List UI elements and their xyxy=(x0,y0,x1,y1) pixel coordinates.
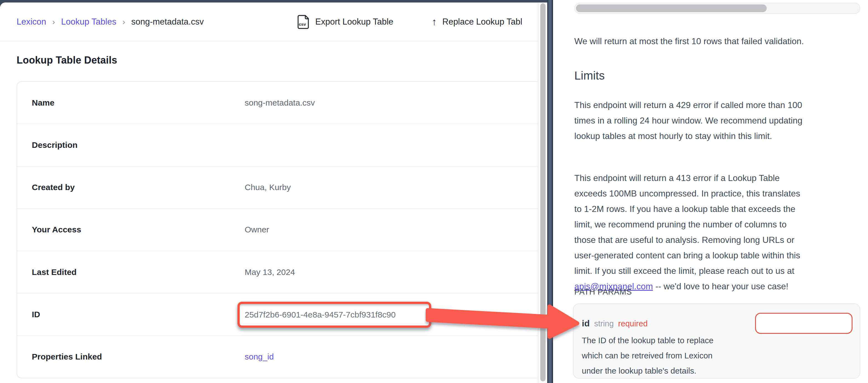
detail-label: Properties Linked xyxy=(32,352,245,361)
param-type: string xyxy=(594,319,614,328)
properties-linked-link[interactable]: song_id xyxy=(245,352,274,361)
limits-paragraph-2-text: This endpoint will return a 413 error if… xyxy=(574,173,800,276)
left-vertical-scrollbar-track[interactable] xyxy=(538,2,547,383)
detail-row-last-edited: Last Edited May 13, 2024 xyxy=(17,251,538,293)
detail-row-description: Description xyxy=(17,124,538,166)
left-header-bar: Lexicon › Lookup Tables › song-metadata.… xyxy=(0,2,547,41)
chevron-right-icon: › xyxy=(52,17,55,27)
detail-value-your-access: Owner xyxy=(245,225,269,234)
chevron-right-icon: › xyxy=(122,17,125,27)
docs-horizontal-scrollbar-thumb[interactable] xyxy=(576,4,767,12)
detail-value-last-edited: May 13, 2024 xyxy=(245,268,295,277)
id-value-highlight-box: 25d7f2b6-6901-4e8a-9457-7cbf931f8c90 xyxy=(238,302,431,328)
export-lookup-table-button[interactable]: csv Export Lookup Table xyxy=(297,2,393,41)
replace-button-clip: ↑ Replace Lookup Tabl xyxy=(432,2,538,41)
detail-label: Created by xyxy=(32,183,245,192)
path-params-label: PATH PARAMS xyxy=(574,287,632,297)
breadcrumb-lexicon[interactable]: Lexicon xyxy=(17,17,46,27)
lookup-table-details-card: Name song-metadata.csv Description Creat… xyxy=(17,81,538,378)
page-title: Lookup Table Details xyxy=(17,55,117,66)
detail-value-created-by: Chua, Kurby xyxy=(245,183,291,192)
limits-heading: Limits xyxy=(574,69,605,82)
detail-label: Your Access xyxy=(32,225,245,234)
csv-file-icon: csv xyxy=(297,15,310,29)
left-vertical-scrollbar-thumb[interactable] xyxy=(540,3,546,381)
breadcrumb-current-file: song-metadata.csv xyxy=(131,17,204,27)
detail-label: Description xyxy=(32,140,245,150)
window-divider[interactable] xyxy=(547,0,553,383)
detail-row-your-access: Your Access Owner xyxy=(17,209,538,251)
docs-horizontal-scrollbar-track[interactable] xyxy=(574,3,860,14)
lookup-table-id-value: 25d7f2b6-6901-4e8a-9457-7cbf931f8c90 xyxy=(245,310,396,319)
param-header: id string required xyxy=(582,318,648,328)
param-name: id xyxy=(582,318,590,328)
detail-row-name: Name song-metadata.csv xyxy=(17,82,538,124)
breadcrumb: Lexicon › Lookup Tables › song-metadata.… xyxy=(17,2,204,41)
limits-paragraph-2: This endpoint will return a 413 error if… xyxy=(574,155,867,294)
api-docs-panel: We will return at most the first 10 rows… xyxy=(553,0,868,383)
detail-label: Name xyxy=(32,98,245,107)
limits-paragraph-1: This endpoint will return a 429 error if… xyxy=(574,97,867,144)
svg-text:csv: csv xyxy=(299,22,306,27)
replace-button-label: Replace Lookup Tabl xyxy=(442,17,522,27)
detail-row-properties-linked: Properties Linked song_id xyxy=(17,336,538,378)
breadcrumb-lookup-tables[interactable]: Lookup Tables xyxy=(61,17,116,27)
detail-label: Last Edited xyxy=(32,268,245,277)
limits-paragraph-2-tail: -- we'd love to hear your use case! xyxy=(653,281,788,291)
param-required-badge: required xyxy=(618,319,647,328)
up-arrow-icon: ↑ xyxy=(432,16,437,28)
path-param-card: id string required The ID of the lookup … xyxy=(573,304,860,379)
detail-label: ID xyxy=(32,310,245,319)
export-button-label: Export Lookup Table xyxy=(315,17,393,27)
detail-row-created-by: Created by Chua, Kurby xyxy=(17,167,538,209)
docs-intro-text: We will return at most the first 10 rows… xyxy=(574,34,867,48)
replace-lookup-table-button[interactable]: ↑ Replace Lookup Tabl xyxy=(432,2,522,41)
param-description: The ID of the lookup table to replace wh… xyxy=(582,333,753,378)
detail-value-name: song-metadata.csv xyxy=(245,98,315,107)
id-param-input[interactable] xyxy=(755,313,852,334)
